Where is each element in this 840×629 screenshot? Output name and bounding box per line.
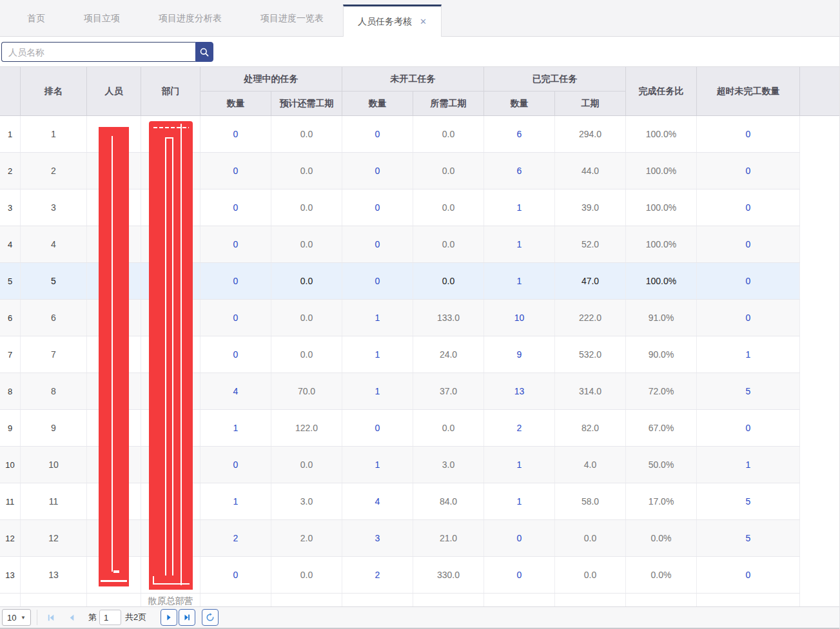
processing-count-link[interactable]: 0 [200,300,271,336]
completed-count-link[interactable]: 1 [484,483,555,519]
unstarted-count-link[interactable]: 3 [342,520,413,556]
processing-count-link[interactable]: 0 [200,116,271,152]
completed-count-link[interactable]: 0 [484,520,555,556]
last-page-button[interactable] [179,609,195,626]
completed-count-link[interactable]: 1 [484,226,555,262]
completed-duration-cell: 82.0 [555,410,626,446]
completed-count-link[interactable]: 9 [484,336,555,373]
header-overdue-count: 超时未完工数量 [697,67,800,115]
processing-count-link[interactable]: 2 [200,520,271,556]
overdue-count-link[interactable]: 0 [697,557,800,593]
prev-page-button[interactable] [64,610,79,625]
row-index-cell: 2 [0,153,21,189]
unstarted-duration-cell: 0.0 [413,263,484,299]
overdue-count-link[interactable]: 0 [697,153,800,189]
header-completed-tasks: 已完工任务 [484,67,625,92]
header-completed-duration: 工期 [555,92,625,115]
overdue-count-link[interactable]: 0 [697,300,800,336]
row-index-cell: 1 [0,116,21,152]
completed-count-link[interactable]: 13 [484,373,555,409]
overdue-count-link[interactable]: 5 [697,483,800,519]
completed-count-link[interactable]: 1 [484,263,555,299]
header-group-completed: 已完工任务 数量 工期 [484,67,626,115]
completed-count-link[interactable]: 6 [484,153,555,189]
processing-duration-cell: 0.0 [271,557,342,593]
rank-cell: 11 [21,483,87,519]
rank-cell: 10 [21,447,87,483]
processing-count-link[interactable]: 0 [200,336,271,373]
completed-duration-cell: 0.0 [555,520,626,556]
header-person: 人员 [87,67,141,115]
tab-personnel-assessment-label: 人员任务考核 [358,16,412,28]
page-size-select[interactable]: 10 ▼ [2,609,31,626]
processing-count-link[interactable]: 0 [200,226,271,262]
processing-duration-cell: 0.0 [271,116,342,152]
tab-progress-overview[interactable]: 项目进度一览表 [241,0,343,36]
header-processing-tasks: 处理中的任务 [200,67,342,92]
completion-ratio-cell: 17.0% [626,483,697,519]
unstarted-count-link[interactable]: 1 [342,336,413,373]
current-page-input[interactable] [99,610,121,625]
tab-progress-analysis[interactable]: 项目进度分析表 [139,0,241,36]
completion-ratio-cell: 67.0% [626,410,697,446]
processing-duration-cell: 3.0 [271,483,342,519]
completed-count-link[interactable]: 0 [484,557,555,593]
unstarted-count-link[interactable]: 4 [342,483,413,519]
unstarted-count-link[interactable]: 0 [342,410,413,446]
processing-count-link[interactable]: 0 [200,153,271,189]
unstarted-count-link[interactable]: 1 [342,300,413,336]
pager-divider [37,610,37,625]
unstarted-count-link[interactable]: 0 [342,116,413,152]
overdue-count-link[interactable]: 5 [697,373,800,409]
overdue-count-link[interactable]: 0 [697,410,800,446]
unstarted-count-link[interactable]: 1 [342,447,413,483]
completion-ratio-cell: 100.0% [626,116,697,152]
overdue-count-link[interactable]: 0 [697,226,800,262]
next-page-button[interactable] [161,609,177,626]
header-dept: 部门 [141,67,200,115]
processing-count-link[interactable]: 1 [200,483,271,519]
unstarted-count-link[interactable]: 0 [342,263,413,299]
completed-count-link[interactable]: 1 [484,447,555,483]
processing-count-link[interactable]: 1 [200,410,271,446]
first-page-button[interactable] [43,610,59,625]
unstarted-duration-cell: 0.0 [413,116,484,152]
app-window: 首页 项目立项 项目进度分析表 项目进度一览表 人员任务考核 ✕ 排名 [0,0,840,629]
processing-count-link[interactable]: 0 [200,263,271,299]
unstarted-duration-cell: 0.0 [413,189,484,226]
processing-count-link[interactable]: 4 [200,373,271,409]
tab-home[interactable]: 首页 [8,0,64,36]
completed-duration-cell: 294.0 [555,116,626,152]
unstarted-count-link[interactable]: 0 [342,153,413,189]
unstarted-count-link[interactable]: 2 [342,557,413,593]
overdue-count-link[interactable]: 5 [697,520,800,556]
person-name-search-input[interactable] [1,42,195,62]
tab-personnel-assessment[interactable]: 人员任务考核 ✕ [343,5,442,37]
overdue-count-link[interactable]: 0 [697,116,800,152]
overdue-count-link[interactable]: 1 [697,336,800,373]
completed-duration-cell: 0.0 [555,557,626,593]
completed-duration-cell: 222.0 [555,300,626,336]
close-icon[interactable]: ✕ [420,17,427,26]
unstarted-count-link[interactable]: 0 [342,189,413,226]
overdue-count-link[interactable]: 0 [697,263,800,299]
processing-count-link[interactable]: 0 [200,557,271,593]
rank-cell: 3 [21,189,87,226]
processing-duration-cell: 70.0 [271,373,342,409]
header-processing-duration: 预计还需工期 [271,92,342,115]
rank-cell: 13 [21,557,87,593]
completed-count-link[interactable]: 6 [484,116,555,152]
completed-count-link[interactable]: 1 [484,189,555,226]
completion-ratio-cell: 100.0% [626,153,697,189]
tab-project-initiation[interactable]: 项目立项 [64,0,139,36]
processing-count-link[interactable]: 0 [200,447,271,483]
overdue-count-link[interactable]: 1 [697,447,800,483]
processing-count-link[interactable]: 0 [200,189,271,226]
overdue-count-link[interactable]: 0 [697,189,800,226]
completed-count-link[interactable]: 2 [484,410,555,446]
unstarted-count-link[interactable]: 0 [342,226,413,262]
search-button[interactable] [195,42,213,62]
unstarted-count-link[interactable]: 1 [342,373,413,409]
refresh-button[interactable] [202,609,219,626]
completed-count-link[interactable]: 10 [484,300,555,336]
